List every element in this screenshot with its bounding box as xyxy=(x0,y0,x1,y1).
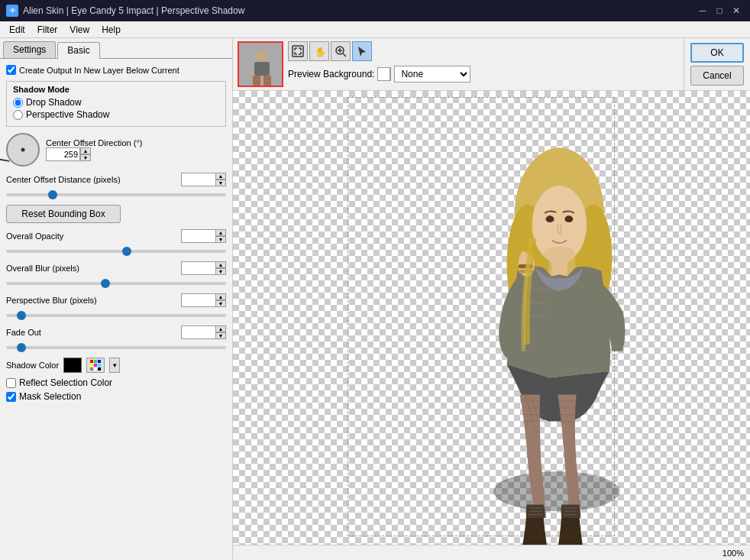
direction-circle[interactable] xyxy=(6,133,40,167)
svg-rect-1 xyxy=(94,360,97,363)
titlebar-controls[interactable]: ─ □ ✕ xyxy=(695,3,744,18)
offset-distance-up[interactable]: ▲ xyxy=(215,173,226,180)
offset-distance-down[interactable]: ▼ xyxy=(215,180,226,186)
svg-rect-12 xyxy=(253,76,260,87)
tool-icons: ✋ xyxy=(288,41,470,61)
preview-thumbnail[interactable] xyxy=(238,41,283,87)
app-icon: 👁 xyxy=(6,5,18,17)
fade-out-section: Fade Out 0 ▲ ▼ xyxy=(6,325,226,351)
svg-rect-29 xyxy=(551,257,567,277)
pointer-tool-button[interactable] xyxy=(352,41,372,61)
reset-bounding-box-button[interactable]: Reset Bounding Box xyxy=(6,205,121,223)
perspective-shadow-radio[interactable] xyxy=(13,110,23,120)
persp-blur-input[interactable]: 0.00 xyxy=(181,293,215,307)
zoom-in-button[interactable] xyxy=(331,41,351,61)
opacity-spin-arrows: ▲ ▼ xyxy=(215,229,226,243)
minimize-button[interactable]: ─ xyxy=(695,3,710,18)
menubar: Edit Filter View Help xyxy=(0,21,750,38)
offset-distance-label: Center Offset Distance (pixels) xyxy=(6,175,121,184)
opacity-down[interactable]: ▼ xyxy=(215,236,226,243)
blur-row: Overall Blur (pixels) 28.68 ▲ ▼ xyxy=(6,261,226,275)
blur-spin-arrows: ▲ ▼ xyxy=(215,261,226,275)
hand-tool-button[interactable]: ✋ xyxy=(309,41,329,61)
preview-bg-section: Preview Background: None White Black Gra… xyxy=(288,66,470,83)
shadow-color-row: Shadow Color ▼ xyxy=(6,358,226,373)
shadow-color-label: Shadow Color xyxy=(6,361,59,370)
shadow-color-swatch[interactable] xyxy=(63,358,82,373)
direction-up-arrow[interactable]: ▲ xyxy=(80,147,91,154)
right-top-row: ✋ Preview Background: xyxy=(233,38,750,91)
drop-shadow-label: Drop Shadow xyxy=(26,97,82,108)
svg-rect-11 xyxy=(254,62,270,76)
zoom-fit-button[interactable] xyxy=(288,41,308,61)
persp-blur-section: Perspective Blur (pixels) 0.00 ▲ ▼ xyxy=(6,293,226,319)
menu-edit[interactable]: Edit xyxy=(3,23,31,37)
persp-blur-down[interactable]: ▼ xyxy=(215,300,226,307)
fade-out-row: Fade Out 0 ▲ ▼ xyxy=(6,325,226,339)
svg-text:✋: ✋ xyxy=(315,46,325,57)
preview-bg-color-swatch xyxy=(378,68,390,80)
opacity-slider[interactable] xyxy=(6,250,226,253)
close-button[interactable]: ✕ xyxy=(729,3,744,18)
blur-input[interactable]: 28.68 xyxy=(181,261,215,275)
menu-filter[interactable]: Filter xyxy=(31,23,64,37)
fade-out-value-wrap: 0 ▲ ▼ xyxy=(181,325,226,339)
persp-blur-up[interactable]: ▲ xyxy=(215,293,226,300)
persp-blur-label: Perspective Blur (pixels) xyxy=(6,296,97,305)
svg-rect-0 xyxy=(90,360,93,363)
blur-up[interactable]: ▲ xyxy=(215,261,226,268)
direction-controls: Center Offset Direction (°) 259 ▲ ▼ xyxy=(46,138,142,161)
direction-dot xyxy=(21,148,25,152)
menu-help[interactable]: Help xyxy=(95,23,127,37)
persp-blur-slider[interactable] xyxy=(6,314,226,317)
svg-rect-2 xyxy=(98,360,101,363)
maximize-button[interactable]: □ xyxy=(712,3,727,18)
tab-settings[interactable]: Settings xyxy=(3,41,56,58)
offset-distance-row: Center Offset Distance (pixels) 14.42 ▲ … xyxy=(6,173,226,186)
ok-button[interactable]: OK xyxy=(690,43,744,63)
fade-out-input[interactable]: 0 xyxy=(181,325,215,339)
direction-spin-arrows: ▲ ▼ xyxy=(80,147,91,161)
offset-distance-input[interactable]: 14.42 xyxy=(181,173,215,186)
svg-rect-14 xyxy=(293,46,303,57)
menu-view[interactable]: View xyxy=(63,23,95,37)
color-grid-button[interactable] xyxy=(86,358,105,373)
left-panel: Settings Basic Create Output In New Laye… xyxy=(0,38,233,560)
thumbnail-svg xyxy=(239,43,283,87)
ok-cancel-section: OK Cancel xyxy=(684,38,750,91)
reflect-selection-checkbox[interactable] xyxy=(6,378,16,388)
direction-down-arrow[interactable]: ▼ xyxy=(80,154,91,161)
shadow-mode-title: Shadow Mode xyxy=(13,85,219,94)
drop-shadow-radio[interactable] xyxy=(13,98,23,108)
direction-value-input[interactable]: 259 xyxy=(46,147,80,161)
fade-out-up[interactable]: ▲ xyxy=(215,325,226,332)
right-section: ✋ Preview Background: xyxy=(233,38,750,560)
svg-rect-13 xyxy=(263,76,271,87)
titlebar: 👁 Alien Skin | Eye Candy 5 Impact | Pers… xyxy=(0,0,750,21)
status-bar: 100% xyxy=(233,545,750,560)
preview-bg-select[interactable]: None White Black Gray xyxy=(394,66,470,83)
offset-distance-slider[interactable] xyxy=(6,193,226,196)
direction-needle xyxy=(0,158,9,162)
create-output-checkbox[interactable] xyxy=(6,65,16,75)
opacity-input[interactable]: 59 xyxy=(181,229,215,243)
opacity-up[interactable]: ▲ xyxy=(215,229,226,236)
fade-out-down[interactable]: ▼ xyxy=(215,332,226,339)
persp-blur-spin-arrows: ▲ ▼ xyxy=(215,293,226,307)
cancel-button[interactable]: Cancel xyxy=(690,66,744,86)
svg-rect-8 xyxy=(98,367,101,371)
svg-line-17 xyxy=(343,53,346,57)
opacity-value-wrap: 59 ▲ ▼ xyxy=(181,229,226,243)
shadow-mode-group: Shadow Mode Drop Shadow Perspective Shad… xyxy=(6,81,226,127)
drop-shadow-row: Drop Shadow xyxy=(13,97,219,108)
blur-slider[interactable] xyxy=(6,282,226,285)
persp-blur-value-wrap: 0.00 ▲ ▼ xyxy=(181,293,226,307)
svg-rect-4 xyxy=(94,364,97,367)
tab-basic[interactable]: Basic xyxy=(57,42,99,59)
color-dropdown-button[interactable]: ▼ xyxy=(109,358,120,373)
blur-down[interactable]: ▼ xyxy=(215,268,226,275)
fade-out-slider[interactable] xyxy=(6,346,226,349)
mask-selection-label: Mask Selection xyxy=(19,391,81,402)
mask-selection-checkbox[interactable] xyxy=(6,392,16,402)
create-output-label: Create Output In New Layer Below Current xyxy=(19,66,179,75)
